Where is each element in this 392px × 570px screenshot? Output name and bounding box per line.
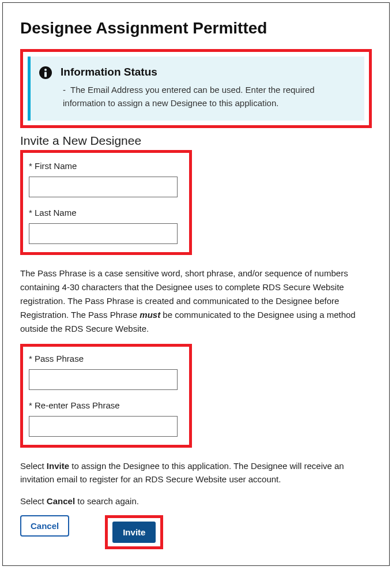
page-title: Designee Assignment Permitted xyxy=(20,19,372,38)
last-name-group: * Last Name xyxy=(29,208,181,244)
instr2-strong: Cancel xyxy=(47,496,75,506)
info-dash: - xyxy=(63,85,66,95)
first-name-label: * First Name xyxy=(29,161,181,171)
page-container: Designee Assignment Permitted Informatio… xyxy=(2,2,390,566)
first-name-input[interactable] xyxy=(29,177,178,197)
info-status-title: Information Status xyxy=(61,66,356,78)
invite-button-highlight: Invite xyxy=(105,515,163,549)
reenter-passphrase-input[interactable] xyxy=(29,416,178,437)
info-status-message: - The Email Address you entered can be u… xyxy=(61,83,356,110)
svg-point-1 xyxy=(44,69,47,71)
passphrase-description: The Pass Phrase is a case sensitive word… xyxy=(20,267,372,336)
info-icon-wrap xyxy=(39,66,52,110)
button-row: Cancel Invite xyxy=(20,515,372,549)
passphrase-label: * Pass Phrase xyxy=(29,354,181,363)
invite-instruction: Select Invite to assign the Designee to … xyxy=(20,459,372,486)
instr2-post: to search again. xyxy=(75,496,139,506)
last-name-label: * Last Name xyxy=(29,208,181,217)
instr1-pre: Select xyxy=(20,461,47,471)
last-name-input[interactable] xyxy=(29,223,178,244)
first-name-group: * First Name xyxy=(29,161,181,197)
passphrase-group: * Pass Phrase xyxy=(29,354,181,390)
invite-section-title: Invite a New Designee xyxy=(20,134,372,148)
passphrase-desc-emph: must xyxy=(140,310,160,320)
info-icon xyxy=(39,66,52,80)
info-content: Information Status - The Email Address y… xyxy=(61,66,356,110)
info-box-highlight: Information Status - The Email Address y… xyxy=(20,49,372,128)
passphrase-fields-highlight: * Pass Phrase * Re-enter Pass Phrase xyxy=(20,344,192,448)
cancel-button[interactable]: Cancel xyxy=(20,515,69,537)
instr1-post: to assign the Designee to this applicati… xyxy=(20,461,344,484)
reenter-passphrase-group: * Re-enter Pass Phrase xyxy=(29,400,181,437)
instr1-strong: Invite xyxy=(47,461,69,471)
instr2-pre: Select xyxy=(20,496,47,506)
cancel-instruction: Select Cancel to search again. xyxy=(20,496,372,506)
invite-button[interactable]: Invite xyxy=(112,522,156,543)
info-message-text: The Email Address you entered can be use… xyxy=(63,85,315,108)
passphrase-input[interactable] xyxy=(29,369,178,390)
reenter-passphrase-label: * Re-enter Pass Phrase xyxy=(29,400,181,410)
name-fields-highlight: * First Name * Last Name xyxy=(20,150,192,255)
info-status-box: Information Status - The Email Address y… xyxy=(28,57,364,121)
svg-rect-2 xyxy=(44,72,47,77)
